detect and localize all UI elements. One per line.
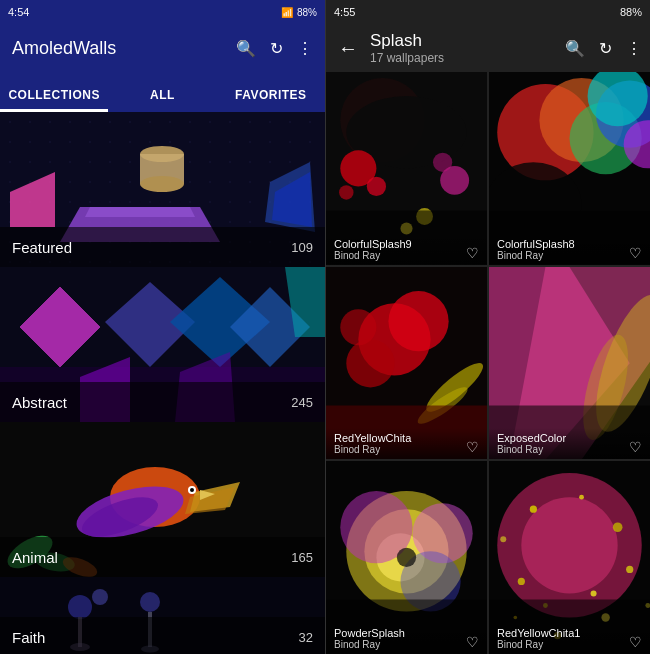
- animal-label: Animal 165: [0, 537, 325, 577]
- faith-label: Faith 32: [0, 617, 325, 654]
- svg-point-87: [530, 506, 537, 513]
- wall-info-0: ColorfulSplash9 Binod Ray ♡: [326, 234, 487, 265]
- wallpapers-grid: ColorfulSplash9 Binod Ray ♡: [326, 72, 650, 654]
- wall-author-1: Binod Ray: [497, 250, 575, 261]
- heart-icon-5[interactable]: ♡: [629, 634, 642, 650]
- left-battery: 📶 88%: [281, 7, 317, 18]
- wall-name-0: ColorfulSplash9: [334, 238, 412, 250]
- wall-author-2: Binod Ray: [334, 444, 411, 455]
- heart-icon-0[interactable]: ♡: [466, 245, 479, 261]
- wall-author-5: Binod Ray: [497, 639, 580, 650]
- svg-point-35: [92, 589, 108, 605]
- back-button[interactable]: ←: [334, 33, 362, 64]
- right-app-icons: 🔍 ↻ ⋮: [565, 39, 642, 58]
- left-time: 4:54: [8, 6, 29, 18]
- wall-item-2[interactable]: RedYellowChita Binod Ray ♡: [326, 267, 487, 460]
- right-panel: 4:55 88% ← Splash 17 wallpapers 🔍 ↻ ⋮: [325, 0, 650, 654]
- left-panel: 4:54 📶 88% AmoledWalls 🔍 ↻ ⋮ COLLECTIONS…: [0, 0, 325, 654]
- svg-point-64: [388, 291, 448, 351]
- heart-icon-2[interactable]: ♡: [466, 439, 479, 455]
- collections-list: Featured 109: [0, 112, 325, 654]
- wall-item-0[interactable]: ColorfulSplash9 Binod Ray ♡: [326, 72, 487, 265]
- wall-name-3: ExposedColor: [497, 432, 566, 444]
- wall-item-3[interactable]: ExposedColor Binod Ray ♡: [489, 267, 650, 460]
- collection-faith[interactable]: Faith 32: [0, 577, 325, 654]
- svg-point-91: [591, 591, 597, 597]
- wall-name-5: RedYellowChita1: [497, 627, 580, 639]
- svg-point-63: [346, 339, 394, 387]
- wall-info-2: RedYellowChita Binod Ray ♡: [326, 428, 487, 459]
- wall-item-4[interactable]: PowderSplash Binod Ray ♡: [326, 461, 487, 654]
- svg-point-34: [68, 595, 92, 619]
- more-icon[interactable]: ⋮: [297, 39, 313, 58]
- abstract-count: 245: [291, 395, 313, 410]
- app-bar-icons: 🔍 ↻ ⋮: [236, 39, 313, 58]
- svg-point-89: [613, 523, 623, 533]
- wall-info-4: PowderSplash Binod Ray ♡: [326, 623, 487, 654]
- right-status-bar: 4:55 88%: [326, 0, 650, 24]
- signal-icon: 📶: [281, 7, 293, 18]
- featured-count: 109: [291, 240, 313, 255]
- heart-icon-1[interactable]: ♡: [629, 245, 642, 261]
- wall-author-0: Binod Ray: [334, 250, 412, 261]
- tab-collections[interactable]: COLLECTIONS: [0, 88, 108, 112]
- right-app-bar: ← Splash 17 wallpapers 🔍 ↻ ⋮: [326, 24, 650, 72]
- wall-name-4: PowderSplash: [334, 627, 405, 639]
- wall-name-1: ColorfulSplash8: [497, 238, 575, 250]
- svg-point-65: [340, 309, 376, 345]
- wall-author-3: Binod Ray: [497, 444, 566, 455]
- svg-point-29: [190, 488, 194, 492]
- abstract-name: Abstract: [12, 394, 67, 411]
- faith-count: 32: [299, 630, 313, 645]
- svg-point-92: [518, 578, 525, 585]
- splash-title: Splash: [370, 31, 557, 51]
- right-more-icon[interactable]: ⋮: [626, 39, 642, 58]
- tab-bar: COLLECTIONS ALL FAVORITES: [0, 72, 325, 112]
- tab-favorites[interactable]: FAVORITES: [217, 88, 325, 112]
- app-title: AmoledWalls: [12, 38, 116, 59]
- featured-name: Featured: [12, 239, 72, 256]
- svg-point-95: [500, 537, 506, 543]
- wall-info-5: RedYellowChita1 Binod Ray ♡: [489, 623, 650, 654]
- svg-point-90: [626, 566, 633, 573]
- faith-name: Faith: [12, 629, 45, 646]
- heart-icon-3[interactable]: ♡: [629, 439, 642, 455]
- svg-point-45: [367, 177, 386, 196]
- abstract-label: Abstract 245: [0, 382, 325, 422]
- right-refresh-icon[interactable]: ↻: [599, 39, 612, 58]
- wall-info-1: ColorfulSplash8 Binod Ray ♡: [489, 234, 650, 265]
- svg-point-38: [140, 592, 160, 612]
- featured-label: Featured 109: [0, 227, 325, 267]
- wall-item-1[interactable]: ColorfulSplash8 Binod Ray ♡: [489, 72, 650, 265]
- svg-point-88: [579, 495, 584, 500]
- svg-point-50: [433, 153, 452, 172]
- tab-all[interactable]: ALL: [108, 88, 216, 112]
- collection-abstract[interactable]: Abstract 245: [0, 267, 325, 422]
- animal-name: Animal: [12, 549, 58, 566]
- svg-point-82: [397, 548, 416, 567]
- svg-point-5: [140, 176, 184, 192]
- right-title-block: Splash 17 wallpapers: [370, 31, 557, 65]
- wall-info-3: ExposedColor Binod Ray ♡: [489, 428, 650, 459]
- collection-featured[interactable]: Featured 109: [0, 112, 325, 267]
- left-app-bar: AmoledWalls 🔍 ↻ ⋮: [0, 24, 325, 72]
- right-search-icon[interactable]: 🔍: [565, 39, 585, 58]
- collection-animal[interactable]: Animal 165: [0, 422, 325, 577]
- svg-marker-7: [85, 207, 195, 217]
- wall-item-5[interactable]: RedYellowChita1 Binod Ray ♡: [489, 461, 650, 654]
- svg-point-46: [339, 185, 353, 199]
- wall-name-2: RedYellowChita: [334, 432, 411, 444]
- search-icon[interactable]: 🔍: [236, 39, 256, 58]
- heart-icon-4[interactable]: ♡: [466, 634, 479, 650]
- refresh-icon[interactable]: ↻: [270, 39, 283, 58]
- left-status-bar: 4:54 📶 88%: [0, 0, 325, 24]
- wall-author-4: Binod Ray: [334, 639, 405, 650]
- right-time: 4:55: [334, 6, 355, 18]
- right-battery: 88%: [620, 6, 642, 18]
- animal-count: 165: [291, 550, 313, 565]
- splash-subtitle: 17 wallpapers: [370, 51, 557, 65]
